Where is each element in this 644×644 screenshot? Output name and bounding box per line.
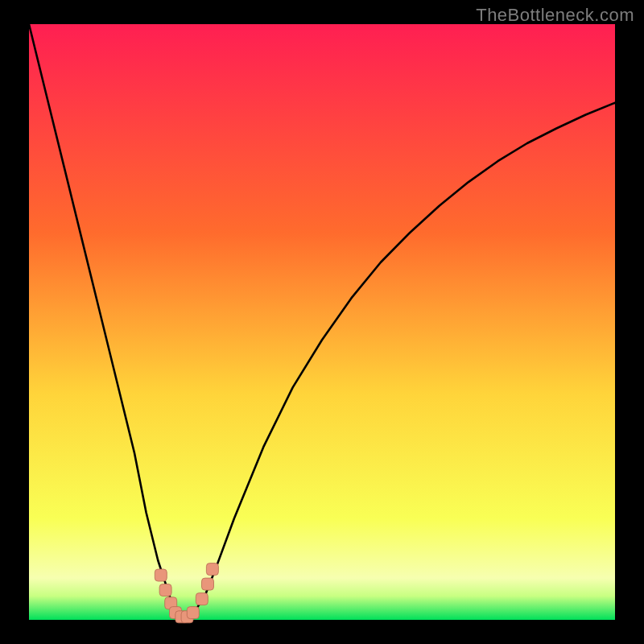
chart-frame: TheBottleneck.com xyxy=(0,0,644,644)
curve-marker xyxy=(155,569,167,581)
watermark-text: TheBottleneck.com xyxy=(476,5,634,26)
curve-marker xyxy=(187,607,199,619)
plot-background xyxy=(29,24,615,620)
bottleneck-chart xyxy=(0,0,644,644)
curve-marker xyxy=(206,564,218,576)
curve-marker xyxy=(202,578,214,590)
curve-marker xyxy=(196,593,208,605)
curve-marker xyxy=(159,584,171,597)
